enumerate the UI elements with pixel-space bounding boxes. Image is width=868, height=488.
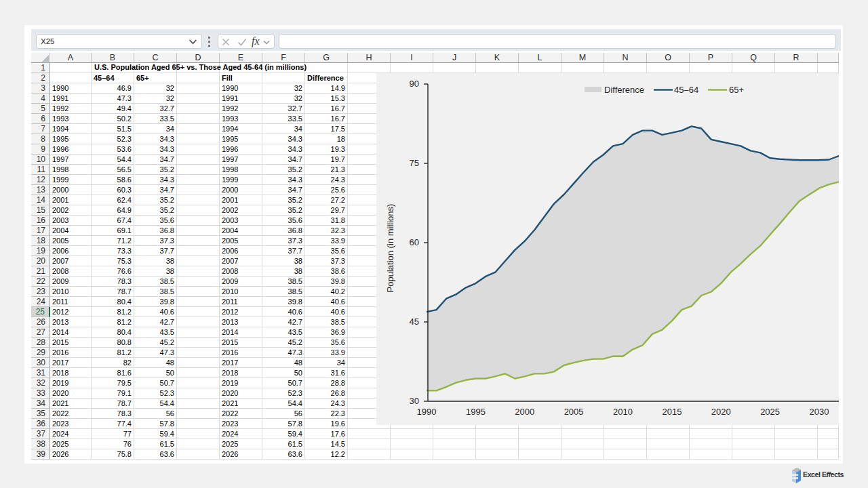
svg-text:Difference: Difference bbox=[604, 85, 644, 95]
svg-text:2010: 2010 bbox=[613, 407, 633, 417]
svg-text:2030: 2030 bbox=[810, 407, 829, 417]
svg-text:65+: 65+ bbox=[729, 85, 744, 95]
svg-text:2005: 2005 bbox=[564, 407, 584, 417]
svg-text:1990: 1990 bbox=[417, 407, 437, 417]
svg-text:2015: 2015 bbox=[662, 407, 682, 417]
svg-text:45: 45 bbox=[410, 317, 419, 327]
svg-text:1995: 1995 bbox=[466, 407, 486, 417]
svg-text:2000: 2000 bbox=[515, 407, 534, 417]
svg-text:30: 30 bbox=[410, 396, 419, 406]
svg-text:75: 75 bbox=[410, 158, 419, 168]
svg-text:90: 90 bbox=[410, 79, 419, 89]
svg-text:Population (in millions): Population (in millions) bbox=[385, 204, 395, 293]
svg-text:45–64: 45–64 bbox=[674, 85, 698, 95]
svg-text:2025: 2025 bbox=[760, 407, 780, 417]
svg-text:2020: 2020 bbox=[711, 407, 731, 417]
svg-text:60: 60 bbox=[410, 237, 419, 247]
